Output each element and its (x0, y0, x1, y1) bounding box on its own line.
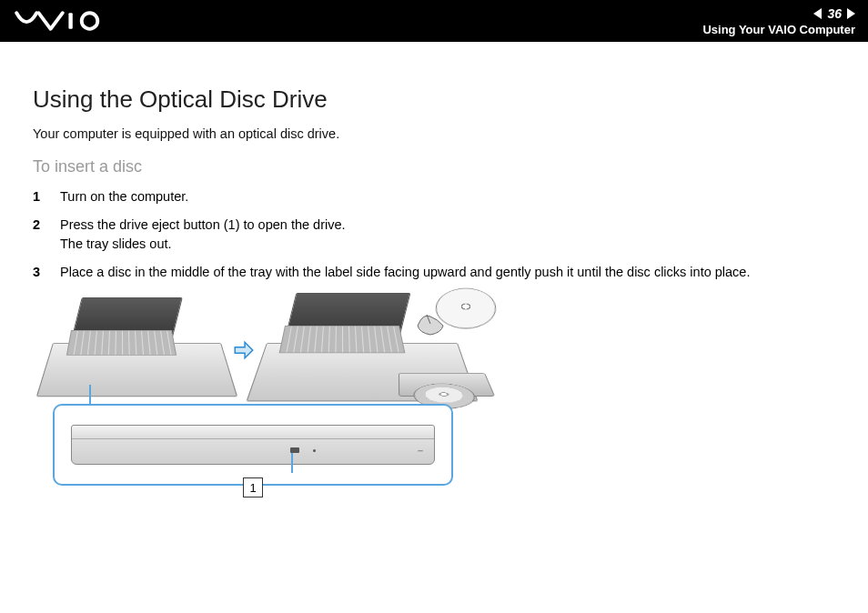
usb-icon: ⎓ (418, 446, 423, 456)
arrow-right-icon (230, 338, 257, 366)
callout-number: 1 (249, 481, 256, 495)
list-item: 1 Turn on the computer. (33, 187, 835, 206)
step-text: Place a disc in the middle of the tray w… (60, 263, 835, 282)
prev-page-icon[interactable] (813, 8, 822, 19)
laptop-closed-illustration (53, 297, 221, 407)
page-heading: Using the Optical Disc Drive (33, 85, 835, 114)
step-number: 3 (33, 263, 45, 282)
laptop-side-illustration: ⎓ (71, 425, 435, 465)
step-number: 1 (33, 187, 45, 206)
instruction-figure: ⎓ 1 (53, 293, 471, 486)
page-number: 36 (827, 6, 842, 21)
sub-heading: To insert a disc (33, 157, 835, 176)
pinhole-icon (313, 449, 316, 452)
laptop-open-tray-illustration (267, 293, 458, 411)
svg-point-1 (82, 13, 98, 29)
next-page-icon[interactable] (847, 8, 855, 19)
side-view-panel: ⎓ 1 (53, 404, 453, 486)
section-title: Using Your VAIO Computer (702, 23, 855, 36)
vaio-logo (15, 11, 125, 31)
list-item: 3 Place a disc in the middle of the tray… (33, 263, 835, 282)
step-number: 2 (33, 216, 45, 254)
intro-text: Your computer is equipped with an optica… (33, 126, 835, 141)
step-text: Turn on the computer. (60, 187, 835, 206)
list-item: 2 Press the drive eject button (1) to op… (33, 216, 835, 254)
page-header: 36 Using Your VAIO Computer (0, 0, 868, 42)
hand-icon (414, 309, 447, 337)
callout-label: 1 (243, 477, 263, 497)
svg-rect-0 (68, 13, 72, 29)
step-list: 1 Turn on the computer. 2 Press the driv… (33, 187, 835, 282)
step-text: Press the drive eject button (1) to open… (60, 216, 835, 254)
